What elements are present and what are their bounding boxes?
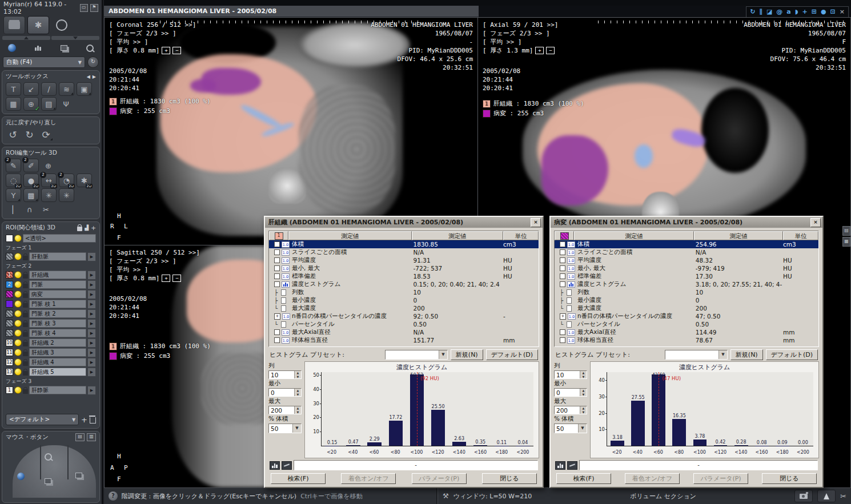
parameters-button[interactable]: パラメータ(P) — [693, 473, 748, 484]
left-button-contrast-icon[interactable] — [17, 473, 25, 480]
spiral-icon[interactable]: @ — [776, 7, 782, 17]
roi-wand-button[interactable]: ✱2D — [77, 174, 92, 187]
bar[interactable] — [389, 421, 403, 446]
row-checkbox[interactable] — [560, 241, 565, 247]
close-icon[interactable]: × — [531, 218, 541, 227]
bar[interactable] — [714, 445, 728, 446]
expand-arrow-icon[interactable]: ▶ — [87, 271, 96, 280]
line-view-button[interactable] — [567, 461, 577, 470]
table-row[interactable]: └最大濃度200 — [269, 304, 539, 312]
roi-list-item[interactable]: 10肝組織 2▶ — [6, 338, 96, 347]
roi-list-item[interactable]: 門脈 枝 4▶ — [6, 329, 96, 337]
reset-button[interactable]: ⟳ — [39, 128, 53, 141]
expand-arrow-icon[interactable]: ▶ — [87, 368, 96, 377]
visibility-bulb-icon[interactable] — [14, 358, 22, 366]
roi-list-item[interactable]: 病変▶ — [6, 290, 96, 299]
bar[interactable] — [672, 419, 686, 446]
roi-list-item[interactable]: 11肝組織 3▶ — [6, 348, 96, 357]
undo-button[interactable]: ↺ — [6, 128, 20, 141]
min-spinner[interactable]: 0▲▼ — [554, 388, 587, 397]
close-icon[interactable]: × — [810, 218, 821, 227]
roi-sphere-button[interactable]: ◔22D — [59, 174, 74, 187]
table-row[interactable]: 1.0最大Axial直径N/A — [269, 328, 539, 336]
zoom-button[interactable] — [83, 42, 97, 54]
row-checkbox[interactable] — [274, 265, 280, 271]
table-row[interactable]: 1.0最大Axial直径114.49mm — [555, 328, 818, 336]
parameters-button[interactable]: パラメータ(P) — [412, 473, 467, 484]
row-checkbox[interactable] — [274, 241, 280, 247]
thickness-plus-button[interactable]: + — [162, 275, 170, 282]
dialog-titlebar[interactable]: 病変 (ABDOMEN 01 HEMANGIOMA LIVER - 2005/0… — [551, 217, 822, 228]
table-row[interactable]: ├列数10 — [269, 288, 539, 296]
lock-icon[interactable] — [23, 293, 28, 298]
table-row[interactable]: 1.0体積254.96cm3 — [555, 240, 818, 248]
column-header[interactable]: 測定値 — [412, 231, 503, 240]
line-view-button[interactable] — [282, 461, 292, 470]
thickness-plus-button[interactable]: + — [535, 47, 544, 54]
frame-c-icon[interactable]: ⊡ — [830, 7, 836, 17]
lock-icon[interactable] — [23, 371, 28, 376]
page-left-icon[interactable]: ◀ — [87, 74, 90, 79]
row-checkbox[interactable] — [274, 249, 280, 255]
volume-3d-button[interactable] — [817, 490, 836, 502]
lock-icon[interactable] — [23, 274, 28, 279]
mouse-mode-select[interactable]: 自動 (F4) ▼ — [3, 57, 85, 68]
row-checkbox[interactable] — [560, 257, 565, 263]
table-row[interactable]: 1.0平均濃度48.32HU — [555, 256, 818, 264]
table-row[interactable]: 濃度ヒストグラム3.18; 0, 20; 27.55; 21, 40; 4- — [555, 280, 818, 288]
layout-tool-button[interactable]: ▤ — [41, 97, 57, 111]
viewport-coronal[interactable]: [ Coronal 256 / 512 >>][ フェーズ 2/3 >> ][ … — [104, 17, 478, 245]
middle-button-stack-icon[interactable] — [45, 478, 51, 484]
annotation-a-icon[interactable]: a — [786, 7, 790, 17]
power-button[interactable] — [51, 17, 72, 34]
density-ellipse-button[interactable]: ▣ — [77, 82, 92, 96]
max-spinner[interactable]: 200▲▼ — [268, 406, 302, 414]
roi-lasso-button[interactable]: ◌2D — [6, 174, 21, 187]
close-button[interactable]: 閉じる — [482, 473, 537, 484]
bar-view-button[interactable] — [270, 461, 280, 470]
bar[interactable] — [734, 445, 748, 446]
table-row[interactable]: 1.0標準偏差17.30HU — [555, 272, 818, 280]
expand-arrow-icon[interactable]: ▶ — [87, 338, 96, 348]
new-preset-button[interactable]: 新規(N) — [451, 349, 483, 360]
roi-add-icon[interactable]: + — [91, 224, 96, 231]
lock-icon[interactable] — [23, 332, 28, 337]
roi-list-item[interactable]: 2門脈▶ — [6, 280, 96, 289]
settings-button[interactable]: ✱ — [27, 16, 49, 34]
expand-arrow-icon[interactable]: ▶ — [87, 358, 96, 367]
visibility-bulb-icon[interactable] — [14, 320, 22, 327]
visibility-bulb-icon[interactable] — [14, 253, 22, 260]
crosshair-icon[interactable]: + — [802, 7, 808, 17]
roi-list-item[interactable]: 肝動脈▶ — [6, 252, 96, 261]
roi-sparkle-play-button[interactable]: ✳ — [59, 188, 74, 202]
table-row[interactable]: +1.0n番目の体積パーセンタイルの濃度47; 0.50 — [555, 312, 818, 320]
expand-arrow-icon[interactable]: ▶ — [87, 290, 96, 299]
column-header[interactable]: 単位 — [783, 231, 818, 240]
row-checkbox[interactable] — [560, 273, 565, 279]
axial-info[interactable]: [ Axial 59 / 201 >>][ フェーズ 2/3 >> ][ 平均 … — [483, 21, 558, 55]
visibility-bulb-icon[interactable] — [14, 291, 22, 298]
default-preset-button[interactable]: デフォルト(D) — [486, 349, 538, 360]
bar[interactable] — [346, 445, 360, 446]
default-preset-button[interactable]: デフォルト(D) — [766, 349, 818, 360]
close-icon[interactable]: × — [840, 7, 845, 17]
patient-folder-button[interactable] — [3, 16, 25, 34]
save-profile-icon[interactable]: ▥ — [87, 433, 96, 441]
bar[interactable] — [631, 401, 645, 446]
table-row[interactable]: └パーセンタイル0.50 — [269, 320, 539, 328]
column-header[interactable]: 単位 — [503, 231, 539, 240]
roi-stats-icon[interactable]: ▟ — [85, 225, 89, 231]
roi-branch-button[interactable]: Y — [6, 188, 21, 202]
visibility-bulb-icon[interactable] — [14, 339, 22, 346]
thickness-minus-button[interactable]: − — [172, 275, 181, 282]
table-row[interactable]: 1.0体積1830.85cm3 — [269, 240, 539, 248]
expand-arrow-icon[interactable]: ▶ — [87, 252, 96, 261]
visibility-bulb-icon[interactable] — [14, 281, 22, 288]
row-checkbox[interactable] — [560, 249, 565, 255]
sidebar-titlebar[interactable]: Myrian(r) 64 119.0 - 13:02 ▭ ⚑ — [0, 0, 102, 15]
roi-scissors-button[interactable]: ✂ — [39, 203, 53, 216]
visibility-bulb-icon[interactable] — [14, 235, 22, 242]
max-spinner[interactable]: 200▲▼ — [554, 406, 587, 414]
series-titlebar[interactable]: ABDOMEN 01 HEMANGIOMA LIVER - 2005/02/08 — [104, 6, 479, 17]
page-right-icon[interactable]: ▶ — [93, 74, 96, 79]
